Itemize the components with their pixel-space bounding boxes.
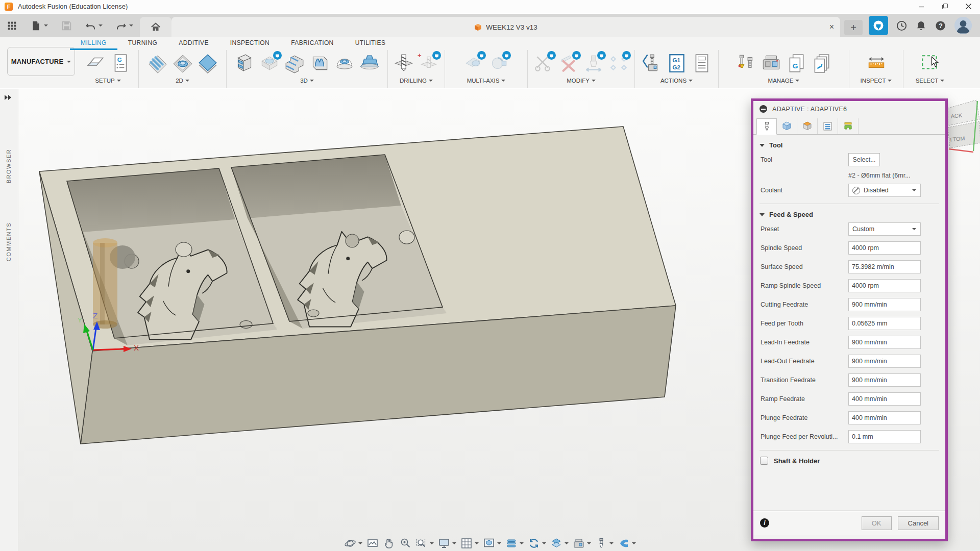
group-label-manage[interactable]: MANAGE — [768, 78, 800, 84]
redo-button[interactable] — [109, 14, 140, 37]
field-input[interactable] — [848, 373, 921, 387]
2d-contour-button[interactable] — [195, 52, 220, 75]
delete-passes-button[interactable] — [556, 52, 581, 75]
coolant-select[interactable]: Disabled — [848, 184, 921, 197]
tool-display-button[interactable] — [595, 537, 614, 549]
field-input[interactable] — [848, 355, 921, 368]
3d-flow-button[interactable] — [307, 52, 332, 75]
regenerate-button[interactable] — [528, 537, 546, 549]
measure-button[interactable] — [864, 52, 889, 75]
tab-additive[interactable]: ADDITIVE — [168, 38, 219, 50]
field-input[interactable] — [848, 279, 921, 292]
pan-button[interactable] — [383, 537, 395, 549]
field-input[interactable] — [848, 392, 921, 406]
zoom-window-button[interactable] — [415, 537, 434, 549]
cancel-button[interactable]: Cancel — [898, 516, 939, 530]
tool-select-button[interactable]: Select... — [848, 153, 880, 166]
templates-button[interactable] — [809, 52, 834, 75]
rotary-button[interactable] — [486, 52, 511, 75]
3d-spiral-button[interactable] — [357, 52, 382, 75]
dialog-tab-geometry[interactable] — [777, 118, 797, 134]
app-grid-button[interactable] — [0, 14, 24, 37]
post-library-button[interactable] — [784, 52, 808, 75]
3d-pocket-button[interactable] — [257, 52, 282, 75]
2d-pocket-button[interactable] — [170, 52, 195, 75]
display-settings-button[interactable] — [438, 537, 456, 549]
group-label-drilling[interactable]: DRILLING — [400, 78, 433, 84]
post-process-button[interactable] — [640, 52, 664, 75]
window-restore-button[interactable] — [933, 0, 957, 13]
edit-points-button[interactable] — [606, 52, 631, 75]
tool-library-button[interactable] — [734, 52, 758, 75]
tab-utilities[interactable]: UTILITIES — [345, 38, 397, 50]
grid-snaps-button[interactable] — [460, 537, 479, 549]
undo-button[interactable] — [79, 14, 109, 37]
viewports-button[interactable] — [483, 537, 501, 549]
3d-steep-button[interactable] — [282, 52, 307, 75]
file-menu-button[interactable] — [24, 14, 55, 37]
comments-panel-tab[interactable]: COMMENTS — [6, 222, 12, 261]
preset-select[interactable]: Custom — [848, 222, 921, 236]
browser-panel-tab[interactable]: BROWSER — [6, 149, 12, 183]
group-label-modify[interactable]: MODIFY — [567, 78, 596, 84]
toolpath-display-button[interactable] — [505, 537, 524, 549]
drill-button[interactable] — [391, 52, 416, 75]
3d-adaptive-button[interactable] — [232, 52, 257, 75]
zoom-button[interactable] — [399, 537, 411, 549]
group-label-2d[interactable]: 2D — [176, 78, 189, 84]
machine-display-button[interactable] — [573, 537, 591, 549]
deep-drill-button[interactable]: + — [416, 52, 441, 75]
stock-display-button[interactable] — [550, 537, 569, 549]
group-label-inspect[interactable]: INSPECT — [861, 78, 892, 84]
nc-program-button[interactable] — [108, 52, 133, 75]
shaft-holder-checkbox[interactable] — [760, 457, 768, 465]
dialog-minimize-icon[interactable] — [760, 105, 767, 113]
field-input[interactable] — [848, 317, 921, 330]
job-status-button[interactable] — [896, 20, 908, 32]
expand-browser-button[interactable] — [5, 95, 11, 100]
group-label-multi-axis[interactable]: MULTI-AXIS — [467, 78, 506, 84]
orbit-button[interactable] — [344, 537, 362, 549]
extensions-button[interactable] — [869, 16, 888, 35]
dialog-tab-passes[interactable] — [818, 118, 838, 134]
dialog-tab-tool[interactable] — [756, 118, 777, 135]
new-setup-button[interactable] — [83, 52, 108, 75]
dialog-header[interactable]: ADAPTIVE : ADAPTIVE6 — [753, 101, 945, 117]
window-close-button[interactable] — [957, 0, 980, 13]
2d-face-button[interactable] — [145, 52, 170, 75]
field-input[interactable] — [848, 411, 921, 424]
tab-milling[interactable]: MILLING — [70, 38, 117, 50]
3d-scallop-button[interactable] — [332, 52, 357, 75]
group-label-actions[interactable]: ACTIONS — [660, 78, 693, 84]
ok-button[interactable]: OK — [862, 516, 892, 530]
tool-section-header[interactable]: Tool — [753, 136, 945, 153]
swarf-button[interactable] — [461, 52, 486, 75]
field-input[interactable] — [848, 241, 921, 255]
new-tab-button[interactable]: + — [844, 20, 863, 35]
tab-turning[interactable]: TURNING — [117, 38, 168, 50]
dialog-tab-heights[interactable] — [797, 118, 818, 134]
group-label-select[interactable]: SELECT — [916, 78, 945, 84]
user-avatar[interactable] — [954, 17, 972, 34]
feed-section-header[interactable]: Feed & Speed — [753, 211, 945, 222]
look-at-button[interactable] — [366, 537, 379, 549]
probe-display-button[interactable] — [618, 537, 636, 549]
field-input[interactable] — [848, 260, 921, 273]
help-button[interactable] — [935, 20, 946, 32]
nc-code-button[interactable] — [665, 52, 689, 75]
tab-inspection[interactable]: INSPECTION — [219, 38, 280, 50]
trim-button[interactable] — [531, 52, 556, 75]
group-label-3d[interactable]: 3D — [300, 78, 314, 84]
close-document-tab-button[interactable]: × — [829, 22, 834, 32]
machine-library-button[interactable] — [759, 52, 783, 75]
window-minimize-button[interactable] — [910, 0, 933, 13]
dialog-tab-linking[interactable] — [838, 118, 859, 134]
workspace-selector[interactable]: MANUFACTURE — [7, 47, 75, 76]
field-input[interactable] — [848, 298, 921, 311]
document-tab[interactable]: WEEK12 V3 v13 × — [172, 17, 840, 37]
save-button[interactable] — [55, 14, 79, 37]
view-cube[interactable]: ACK TTOM — [947, 99, 980, 158]
tab-fabrication[interactable]: FABRICATION — [280, 38, 345, 50]
info-icon[interactable]: i — [760, 518, 769, 528]
field-input[interactable] — [848, 430, 921, 443]
